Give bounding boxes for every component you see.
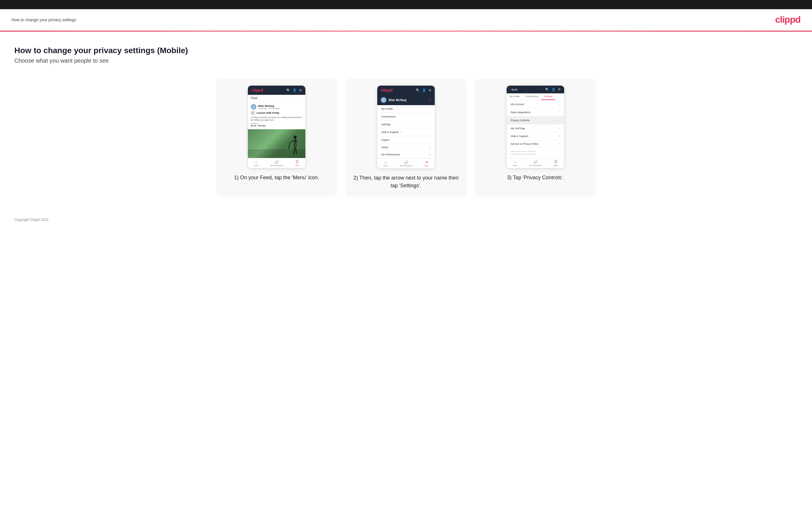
home-chevron: ∨ <box>429 146 431 149</box>
step-2-card: clippd 🔍 👤 ⚙ B Blair McHarg <box>346 78 466 197</box>
tab-connections: Connections <box>523 93 541 100</box>
bottom-nav-performance-3: 📈 My Performance <box>529 160 542 166</box>
phone-nav-icons-2: 🔍 👤 ⚙ <box>416 89 431 92</box>
lesson-header: Lesson with Fordy <box>251 111 303 115</box>
back-button: ‹ Back <box>510 88 517 91</box>
duration-label: Duration <box>251 122 303 124</box>
step-3-card: ‹ Back 🔍 👤 ⚙ My Profile Connections Sett… <box>475 78 596 197</box>
settings-icon: ⚙ <box>299 89 302 92</box>
phone-logo-1: clippd <box>251 88 263 93</box>
settings-item-dataintegrations: Data Integrations › <box>507 108 564 116</box>
menu-label-3: Menu <box>554 165 558 166</box>
lesson-desc: Looking to feel like my hands are exitin… <box>251 116 303 121</box>
svg-point-0 <box>294 135 297 139</box>
settings-item-mygolfbag: My Golf Bag › <box>507 124 564 132</box>
help-ext-icon: ↗ <box>400 131 401 133</box>
menu-user-row: B Blair McHarg ∧ <box>377 95 435 105</box>
tab-settings: Settings <box>541 93 555 100</box>
menu-item-profile: My Profile <box>377 105 435 113</box>
settings-item-privacycontrols: Privacy Controls › <box>507 116 564 124</box>
settings-back-row: ‹ Back 🔍 👤 ⚙ <box>507 86 564 93</box>
performance-icon-3: 📈 <box>534 160 538 164</box>
lesson-title: Lesson with Fordy <box>256 111 280 114</box>
footer: Copyright Clippd 2022 <box>0 208 812 231</box>
helpsupport-label: Help & Support <box>511 135 528 137</box>
user-icon: 👤 <box>293 89 297 92</box>
settings-icon-2: ⚙ <box>428 89 431 92</box>
top-bar <box>0 0 812 9</box>
duration-value: 01 hr : 30 min <box>251 124 303 127</box>
myaccount-arrow: › <box>559 103 560 106</box>
performance-chevron: ∨ <box>429 153 431 156</box>
bottom-nav-menu: ☰ Menu <box>295 160 299 166</box>
footer-copyright: Copyright Clippd 2022 <box>14 218 49 222</box>
home-label-3: Home <box>513 165 517 166</box>
privacycontrols-arrow: › <box>559 119 560 122</box>
phone-logo-2: clippd <box>381 88 393 93</box>
bottom-nav-home-3: ⌂ Home <box>513 160 517 166</box>
privacycontrols-label: Privacy Controls <box>511 119 529 122</box>
menu-user-info: B Blair McHarg <box>381 97 407 103</box>
step-2-label: 2) Then, tap the arrow next to your name… <box>353 174 459 189</box>
user-icon-2: 👤 <box>422 89 426 92</box>
menu-icon: ☰ <box>296 160 299 164</box>
avatar: B <box>251 104 256 110</box>
performance-section-label: My Performance <box>381 153 400 156</box>
step-3-phone: ‹ Back 🔍 👤 ⚙ My Profile Connections Sett… <box>507 86 564 168</box>
settings-item-myaccount: My Account › <box>507 100 564 108</box>
bottom-nav-menu-3: ☰ Menu <box>554 160 558 166</box>
mygolfbag-arrow: › <box>559 127 560 130</box>
main-content: How to change your privacy settings (Mob… <box>0 32 812 208</box>
bottom-nav-home-2: ⌂ Home <box>383 160 388 167</box>
performance-label-2: My Performance <box>400 165 412 167</box>
page-heading: How to change your privacy settings (Mob… <box>14 46 798 55</box>
bottom-nav-performance: 📈 My Performance <box>270 160 283 166</box>
phone-nav-icons-1: 🔍 👤 ⚙ <box>287 89 302 92</box>
settings-item-helpsupport: Help & Support ↗ <box>507 132 564 140</box>
feed-label: Feed <box>248 95 305 102</box>
menu-item-connections: Connections <box>377 113 435 121</box>
phone-bottom-nav-2: ⌂ Home 📈 My Performance ✕ Menu <box>377 158 435 168</box>
step-1-label: 1) On your Feed, tap the 'Menu' icon. <box>234 174 319 181</box>
step-2-phone: clippd 🔍 👤 ⚙ B Blair McHarg <box>377 86 435 168</box>
menu-avatar: B <box>381 97 387 103</box>
performance-icon-2: 📈 <box>404 160 408 164</box>
home-label: Home <box>254 165 258 166</box>
menu-section-home: Home ∨ <box>377 144 435 151</box>
logo: clippd <box>775 14 801 25</box>
settings-item-serviceprivacy: Service & Privacy Policy ↗ <box>507 140 564 148</box>
search-icon-3: 🔍 <box>545 88 549 91</box>
performance-label: My Performance <box>270 165 283 166</box>
search-icon-2: 🔍 <box>416 89 420 92</box>
phone-nav-icons-3: 🔍 👤 ⚙ <box>545 88 561 91</box>
step-1-phone: clippd 🔍 👤 ⚙ Feed B Blair McHarg <box>248 86 305 168</box>
menu-icon-3: ☰ <box>554 160 558 164</box>
step-1-card: clippd 🔍 👤 ⚙ Feed B Blair McHarg <box>216 78 337 197</box>
menu-item-settings: Settings <box>377 121 435 128</box>
menu-close-icon: ✕ <box>425 160 428 164</box>
page-subheading: Choose what you want people to see <box>14 57 798 64</box>
menu-help-label: Help & Support <box>381 131 400 133</box>
version-line-1: Clippd Client Version: 2022.8.3-3 <box>511 150 560 153</box>
bottom-nav-home: ⌂ Home <box>254 160 258 166</box>
version-line-2: SQL Server Version: 2022.7.30-1 <box>511 153 560 156</box>
phone-content-1: Feed B Blair McHarg Yesterday · Sunningd… <box>248 95 305 158</box>
home-section-label: Home <box>381 146 388 149</box>
mygolfbag-label: My Golf Bag <box>511 127 525 130</box>
header: How to change your privacy settings clip… <box>0 9 812 31</box>
home-icon-2: ⌂ <box>385 160 387 164</box>
search-icon: 🔍 <box>287 89 291 92</box>
dataintegrations-label: Data Integrations <box>511 111 530 114</box>
settings-nav-tabs: My Profile Connections Settings <box>507 93 564 100</box>
performance-icon: 📈 <box>274 160 279 164</box>
myaccount-label: My Account <box>511 103 524 106</box>
home-icon-3: ⌂ <box>514 160 516 164</box>
feed-post: B Blair McHarg Yesterday · Sunningdale L… <box>248 102 305 129</box>
golf-bg-detail <box>248 149 305 158</box>
phone-menu-overlay: B Blair McHarg ∧ My Profile Connections … <box>377 95 435 158</box>
menu-chevron-up: ∧ <box>429 98 431 102</box>
header-title: How to change your privacy settings <box>11 17 76 22</box>
performance-label-3: My Performance <box>529 165 542 166</box>
phone-nav-1: clippd 🔍 👤 ⚙ <box>248 86 305 95</box>
lesson-icon <box>251 111 255 115</box>
